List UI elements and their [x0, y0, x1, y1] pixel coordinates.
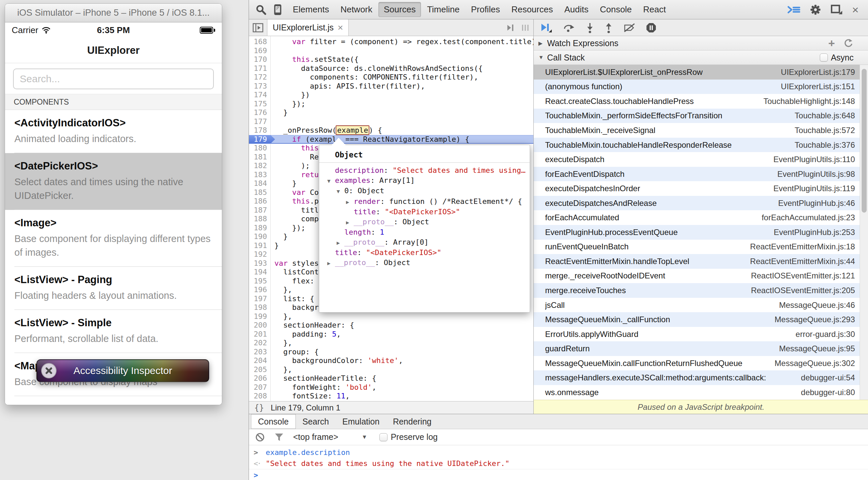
- line-number[interactable]: 172: [249, 73, 270, 82]
- search-input[interactable]: [20, 73, 207, 84]
- line-number[interactable]: 202: [249, 339, 270, 348]
- line-number[interactable]: 186: [249, 197, 270, 206]
- line-number[interactable]: 205: [249, 365, 270, 374]
- step-out-button[interactable]: [604, 23, 613, 33]
- line-number[interactable]: 200: [249, 321, 270, 330]
- deactivate-breakpoints-button[interactable]: [623, 23, 636, 32]
- object-property-row[interactable]: ▶__proto__: Array[0]: [327, 237, 530, 248]
- async-checkbox[interactable]: [820, 54, 828, 62]
- tab-profiles[interactable]: Profiles: [465, 2, 505, 17]
- console-tab-emulation[interactable]: Emulation: [336, 414, 386, 429]
- simulator-titlebar[interactable]: iOS Simulator – iPhone 5 – iPhone 5 / iO…: [5, 4, 222, 23]
- line-number[interactable]: 180: [249, 144, 270, 153]
- add-watch-icon[interactable]: +: [828, 37, 835, 49]
- object-property-row[interactable]: ▼0: Object: [327, 186, 530, 197]
- line-number[interactable]: 171: [249, 64, 270, 73]
- tab-sources[interactable]: Sources: [378, 2, 421, 17]
- line-number[interactable]: 175: [249, 100, 270, 109]
- chevron-right-icon[interactable]: ▶: [337, 238, 344, 248]
- code-line[interactable]: 170 this.setState({: [249, 55, 533, 64]
- call-stack-frame[interactable]: forEachAccumulatedforEachAccumulated.js:…: [534, 210, 860, 225]
- search-box[interactable]: [13, 69, 214, 89]
- call-stack-frame[interactable]: TouchableMixin.touchableHandleResponderR…: [534, 138, 860, 152]
- dock-side-icon[interactable]: [831, 5, 843, 15]
- call-stack-frame[interactable]: messageHandlers.executeJSCall:method:arg…: [534, 370, 860, 385]
- list-item[interactable]: <DatePickerIOS>Select dates and times us…: [5, 153, 222, 210]
- code-line[interactable]: 203 group: {: [249, 348, 533, 357]
- tab-network[interactable]: Network: [335, 2, 377, 17]
- console-tab-console[interactable]: Console: [251, 414, 296, 429]
- object-property-row[interactable]: ▼examples: Array[1]: [327, 175, 530, 186]
- code-line[interactable]: 174 }): [249, 91, 533, 100]
- call-stack-frame[interactable]: forEachEventDispatchEventPluginUtils.js:…: [534, 167, 860, 181]
- panel-grip-icon[interactable]: [521, 24, 529, 32]
- code-line[interactable]: 208 fontSize: 11,: [249, 392, 533, 401]
- code-line[interactable]: 199 },: [249, 312, 533, 321]
- call-stack-frame[interactable]: executeDispatchesInOrderEventPluginUtils…: [534, 181, 860, 196]
- line-number[interactable]: 201: [249, 330, 270, 339]
- line-number[interactable]: 177: [249, 117, 270, 126]
- code-line[interactable]: 168 var filter = (component) => regex.te…: [249, 37, 533, 46]
- file-tab[interactable]: UIExplorerList.js ×: [267, 20, 349, 36]
- line-number[interactable]: 197: [249, 295, 270, 304]
- line-number[interactable]: 178: [249, 126, 270, 135]
- resume-button[interactable]: [540, 23, 553, 33]
- line-number[interactable]: 192: [249, 250, 270, 259]
- inspect-search-icon[interactable]: [256, 4, 266, 15]
- call-stack-frame[interactable]: merge._receiveRootNodeIDEventReactIOSEve…: [534, 269, 860, 283]
- line-number[interactable]: 199: [249, 312, 270, 321]
- tab-resources[interactable]: Resources: [506, 2, 558, 17]
- call-stack-frame[interactable]: merge.receiveTouchesReactIOSEventEmitter…: [534, 283, 860, 298]
- object-property-row[interactable]: description: "Select dates and times usi…: [327, 166, 530, 175]
- call-stack-frame[interactable]: jsCallMessageQueue.js:46: [534, 298, 860, 312]
- chevron-right-icon[interactable]: ▶: [346, 217, 354, 228]
- call-stack-frame[interactable]: executeDispatchesAndReleaseEventPluginHu…: [534, 196, 860, 211]
- pause-on-exceptions-button[interactable]: [646, 23, 656, 33]
- sidebar-scrollbar[interactable]: [860, 65, 868, 400]
- call-stack-frame[interactable]: guardReturnMessageQueue.js:95: [534, 341, 860, 356]
- tab-console[interactable]: Console: [595, 2, 637, 17]
- call-stack-header[interactable]: ▼ Call Stack Async: [534, 50, 868, 65]
- console-result-entry[interactable]: <· "Select dates and times using the nat…: [249, 458, 868, 469]
- line-number[interactable]: 168: [249, 37, 270, 46]
- line-number[interactable]: 194: [249, 268, 270, 277]
- line-number[interactable]: 183: [249, 170, 270, 179]
- console-tab-search[interactable]: Search: [296, 414, 336, 429]
- line-number[interactable]: 189: [249, 224, 270, 233]
- chevron-down-icon[interactable]: ▼: [327, 176, 335, 186]
- show-navigator-icon[interactable]: [249, 20, 267, 36]
- popover-tree[interactable]: description: "Select dates and times usi…: [327, 166, 530, 268]
- step-over-button[interactable]: [563, 23, 575, 32]
- code-line[interactable]: 172 components: COMPONENTS.filter(filter…: [249, 73, 533, 82]
- call-stack-frame[interactable]: MessageQueueMixin.callFunctionReturnFlus…: [534, 356, 860, 371]
- show-sidebar-icon[interactable]: [506, 23, 515, 32]
- line-number[interactable]: 181: [249, 153, 270, 162]
- tab-elements[interactable]: Elements: [287, 2, 334, 17]
- code-line[interactable]: 171 dataSource: ds.cloneWithRowsAndSecti…: [249, 64, 533, 73]
- list-item[interactable]: <ListView> - PagingFloating headers & la…: [5, 267, 222, 310]
- line-number[interactable]: 190: [249, 232, 270, 241]
- call-stack-frame[interactable]: TouchableMixin._receiveSignalTouchable.j…: [534, 123, 860, 138]
- code-line[interactable]: 178 _onPressRow(example) {: [249, 126, 533, 135]
- call-stack-frame[interactable]: React.createClass.touchableHandlePressTo…: [534, 94, 860, 109]
- line-number[interactable]: 169: [249, 46, 270, 56]
- line-number[interactable]: 188: [249, 215, 270, 224]
- console-input-entry[interactable]: > example.description: [249, 447, 868, 458]
- code-line[interactable]: 169: [249, 46, 533, 56]
- object-property-row[interactable]: ▶render: function () /*ReactElement*/ {: [327, 197, 530, 207]
- line-number[interactable]: 203: [249, 348, 270, 357]
- line-number[interactable]: 182: [249, 162, 270, 170]
- object-property-row[interactable]: length: 1: [327, 227, 530, 237]
- line-number[interactable]: 195: [249, 277, 270, 286]
- line-number[interactable]: 184: [249, 179, 270, 188]
- call-stack-frame[interactable]: ws.onmessagedebugger-ui:80: [534, 385, 860, 400]
- chevron-down-icon[interactable]: ▼: [538, 55, 547, 61]
- code-line[interactable]: 207 fontWeight: 'bold',: [249, 383, 533, 392]
- call-stack-frame[interactable]: runEventQueueInBatchReactEventEmitterMix…: [534, 240, 860, 254]
- code-line[interactable]: 173 apis: APIS.filter(filter),: [249, 82, 533, 91]
- tab-audits[interactable]: Audits: [559, 2, 594, 17]
- call-stack-frame[interactable]: ErrorUtils.applyWithGuarderror-guard.js:…: [534, 327, 860, 342]
- chevron-right-icon[interactable]: ▶: [346, 197, 354, 207]
- line-number[interactable]: 196: [249, 285, 270, 295]
- execution-line[interactable]: 179 if (exampl === ReactNavigatorExample…: [249, 135, 533, 144]
